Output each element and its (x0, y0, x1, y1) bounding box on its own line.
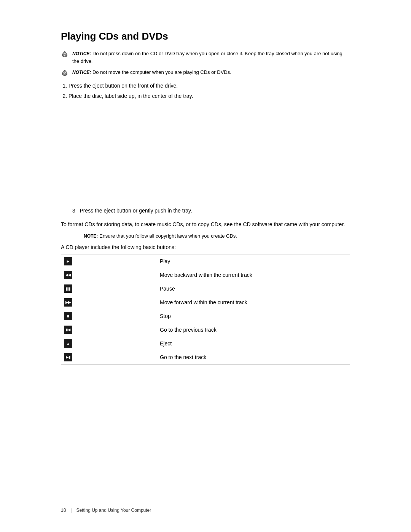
notice-text-1: NOTICE: Do not press down on the CD or D… (72, 50, 350, 65)
notice-icon-1 (61, 50, 69, 59)
table-row-7: ▲ Eject (61, 337, 350, 350)
notice-bold-1: NOTICE: (72, 51, 91, 56)
step-3-text: 3 Press the eject button or gently push … (61, 207, 350, 215)
note-bold: NOTE: (84, 233, 98, 239)
page: Playing CDs and DVDs NOTICE: Do not pres… (0, 0, 411, 532)
table-row-2: ◀◀ Move backward within the current trac… (61, 268, 350, 282)
svg-point-3 (64, 73, 65, 74)
table-row-5: ■ Stop (61, 309, 350, 323)
notice-body-2: Do not move the computer when you are pl… (91, 69, 231, 75)
table-row-4: ▶▶ Move forward within the current track (61, 296, 350, 309)
icon-cell-2: ◀◀ (61, 271, 84, 279)
table-row-3: ▮▮ Pause (61, 282, 350, 296)
cd-player-intro: A CD player includes the following basic… (61, 244, 350, 250)
eject-icon: ▲ (64, 339, 72, 348)
note-inline: NOTE: Ensure that you follow all copyrig… (61, 233, 350, 239)
footer-text: Setting Up and Using Your Computer (76, 508, 151, 513)
svg-point-0 (63, 52, 67, 57)
icon-cell-8: ▶▮ (61, 353, 84, 361)
stop-icon: ■ (64, 312, 72, 320)
next-track-icon: ▶▮ (64, 353, 72, 361)
fast-forward-icon: ▶▶ (64, 298, 72, 307)
label-cell-7: Eject (84, 340, 350, 347)
footer-separator: | (70, 508, 72, 513)
pause-icon: ▮▮ (64, 284, 72, 293)
prev-track-icon: ▮◀ (64, 326, 72, 334)
icon-cell-3: ▮▮ (61, 284, 84, 293)
label-cell-6: Go to the previous track (84, 327, 350, 333)
rewind-icon: ◀◀ (64, 271, 72, 279)
table-row-8: ▶▮ Go to the next track (61, 350, 350, 364)
footer: 18 | Setting Up and Using Your Computer (61, 508, 350, 513)
button-table: ► Play ◀◀ Move backward within the curre… (61, 254, 350, 364)
notice-block-1: NOTICE: Do not press down on the CD or D… (61, 50, 350, 65)
svg-point-1 (64, 55, 65, 56)
label-cell-2: Move backward within the current track (84, 272, 350, 278)
page-title: Playing CDs and DVDs (61, 30, 350, 42)
label-cell-8: Go to the next track (84, 354, 350, 360)
notice-bold-2: NOTICE: (72, 70, 91, 75)
svg-point-2 (63, 71, 67, 75)
icon-cell-7: ▲ (61, 339, 84, 348)
label-cell-1: Play (84, 258, 350, 264)
list-item-2: Place the disc, label side up, in the ce… (68, 92, 350, 100)
notice-text-2: NOTICE: Do not move the computer when yo… (72, 69, 231, 76)
table-row-1: ► Play (61, 254, 350, 268)
notice-body-1: Do not press down on the CD or DVD tray … (72, 51, 342, 64)
table-row-6: ▮◀ Go to the previous track (61, 323, 350, 337)
label-cell-3: Pause (84, 286, 350, 292)
play-icon: ► (64, 257, 72, 265)
icon-cell-1: ► (61, 257, 84, 265)
notice-icon-2 (61, 69, 69, 77)
footer-page-number: 18 (61, 508, 66, 513)
list-item-1: Press the eject button on the front of t… (68, 82, 350, 90)
notice-block-2: NOTICE: Do not move the computer when yo… (61, 69, 350, 77)
label-cell-5: Stop (84, 313, 350, 319)
steps-list: Press the eject button on the front of t… (68, 82, 350, 100)
label-cell-4: Move forward within the current track (84, 299, 350, 305)
note-body: Ensure that you follow all copyright law… (98, 233, 237, 239)
icon-cell-5: ■ (61, 312, 84, 320)
icon-cell-6: ▮◀ (61, 326, 84, 334)
icon-cell-4: ▶▶ (61, 298, 84, 307)
para-1: To format CDs for storing data, to creat… (61, 220, 350, 228)
